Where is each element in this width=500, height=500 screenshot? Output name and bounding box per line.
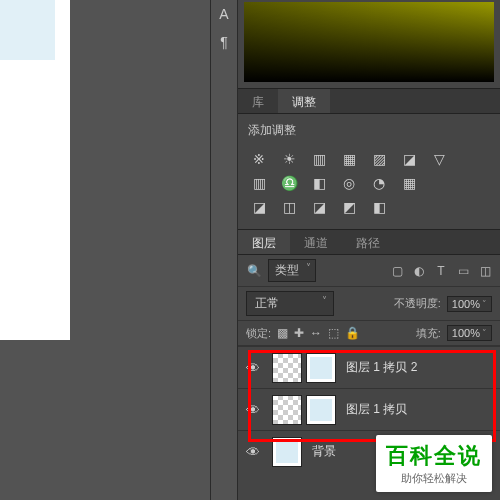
- document-canvas[interactable]: [0, 0, 70, 340]
- adj-levels-icon[interactable]: ▥: [310, 151, 328, 167]
- filter-smart-icon[interactable]: ◫: [478, 264, 492, 278]
- filter-type-icon[interactable]: T: [434, 264, 448, 278]
- layer-name[interactable]: 背景: [312, 443, 336, 460]
- vertical-tool-strip: A ¶: [210, 0, 238, 500]
- adj-row-2: ▥ ♎ ◧ ◎ ◔ ▦: [248, 171, 490, 195]
- layer-item[interactable]: 👁 图层 1 拷贝 2: [238, 346, 500, 388]
- paragraph-tool-icon[interactable]: ¶: [211, 28, 237, 56]
- layer-blend-row: 正常 不透明度: 100%: [238, 287, 500, 321]
- layer-item[interactable]: 👁 图层 1 拷贝: [238, 388, 500, 430]
- visibility-toggle-icon[interactable]: 👁: [244, 402, 262, 418]
- adj-4-icon[interactable]: ◩: [340, 199, 358, 215]
- adj-hue-icon[interactable]: ◪: [400, 151, 418, 167]
- layer-thumbnail[interactable]: [272, 437, 302, 467]
- adj-threshold-icon[interactable]: ▦: [400, 175, 418, 191]
- lib-adjust-tabs: 库 调整: [238, 88, 500, 114]
- tab-adjustments[interactable]: 调整: [278, 89, 330, 113]
- filter-pixel-icon[interactable]: ▢: [390, 264, 404, 278]
- adj-brightness-icon[interactable]: ※: [250, 151, 268, 167]
- layer-thumbnail[interactable]: [272, 353, 302, 383]
- color-field[interactable]: [244, 2, 494, 82]
- tab-layers[interactable]: 图层: [238, 230, 290, 254]
- adj-posterize-icon[interactable]: ◔: [370, 175, 388, 191]
- adj-row-3: ◪ ◫ ◪ ◩ ◧: [248, 195, 490, 219]
- blend-mode-select[interactable]: 正常: [246, 291, 334, 316]
- adj-bw-icon[interactable]: ▽: [430, 151, 448, 167]
- adj-photo-filter-icon[interactable]: ▥: [250, 175, 268, 191]
- tab-paths[interactable]: 路径: [342, 230, 394, 254]
- layer-mask-thumbnail[interactable]: [306, 353, 336, 383]
- lock-all-icon[interactable]: 🔒: [345, 326, 360, 340]
- layer-name[interactable]: 图层 1 拷贝: [346, 401, 407, 418]
- adj-exposure-icon[interactable]: ☀: [280, 151, 298, 167]
- adj-5-icon[interactable]: ◧: [370, 199, 388, 215]
- adj-row-1: ※ ☀ ▥ ▦ ▨ ◪ ▽: [248, 147, 490, 171]
- layers-channels-paths-tabs: 图层 通道 路径: [238, 229, 500, 255]
- lock-artboard-icon[interactable]: ⬚: [328, 326, 339, 340]
- layer-filter-icons: ▢ ◐ T ▭ ◫: [390, 264, 492, 278]
- layer-name[interactable]: 图层 1 拷贝 2: [346, 359, 417, 376]
- visibility-toggle-icon[interactable]: 👁: [244, 444, 262, 460]
- filter-adjust-icon[interactable]: ◐: [412, 264, 426, 278]
- lock-transparent-icon[interactable]: ▩: [277, 326, 288, 340]
- watermark-title: 百科全说: [386, 441, 482, 471]
- adj-vibrance-icon[interactable]: ▨: [370, 151, 388, 167]
- layer-thumbnail[interactable]: [272, 395, 302, 425]
- type-tool-icon[interactable]: A: [211, 0, 237, 28]
- opacity-value[interactable]: 100%: [447, 296, 492, 312]
- adj-color-lookup-icon[interactable]: ◧: [310, 175, 328, 191]
- color-panel: [238, 0, 500, 88]
- filter-shape-icon[interactable]: ▭: [456, 264, 470, 278]
- adjustments-panel: 添加调整 ※ ☀ ▥ ▦ ▨ ◪ ▽ ▥ ♎ ◧ ◎ ◔ ▦ ◪ ◫ ◪ ◩ ◧: [238, 114, 500, 223]
- lock-icons: ▩ ✚ ↔ ⬚ 🔒: [277, 326, 360, 340]
- fill-value[interactable]: 100%: [447, 325, 492, 341]
- adj-channel-mixer-icon[interactable]: ♎: [280, 175, 298, 191]
- adj-selective-color-icon[interactable]: ◫: [280, 199, 298, 215]
- fill-label: 填充:: [416, 326, 441, 341]
- layer-kind-select[interactable]: 类型: [268, 259, 316, 282]
- lock-image-icon[interactable]: ✚: [294, 326, 304, 340]
- layer-mask-thumbnail[interactable]: [306, 395, 336, 425]
- tab-library[interactable]: 库: [238, 89, 278, 113]
- layer-filter-row: 🔍 类型 ▢ ◐ T ▭ ◫: [238, 255, 500, 287]
- lock-label: 锁定:: [246, 326, 271, 341]
- adj-curves-icon[interactable]: ▦: [340, 151, 358, 167]
- adjustments-title: 添加调整: [248, 122, 490, 139]
- opacity-label: 不透明度:: [394, 296, 441, 311]
- visibility-toggle-icon[interactable]: 👁: [244, 360, 262, 376]
- lock-position-icon[interactable]: ↔: [310, 326, 322, 340]
- right-panels: 库 调整 添加调整 ※ ☀ ▥ ▦ ▨ ◪ ▽ ▥ ♎ ◧ ◎ ◔ ▦ ◪ ◫ …: [238, 0, 500, 500]
- layer-lock-row: 锁定: ▩ ✚ ↔ ⬚ 🔒 填充: 100%: [238, 321, 500, 346]
- adj-gradient-map-icon[interactable]: ◪: [250, 199, 268, 215]
- tab-channels[interactable]: 通道: [290, 230, 342, 254]
- watermark-subtitle: 助你轻松解决: [386, 471, 482, 486]
- adj-3-icon[interactable]: ◪: [310, 199, 328, 215]
- watermark: 百科全说 助你轻松解决: [376, 435, 492, 492]
- search-icon[interactable]: 🔍: [246, 264, 262, 278]
- adj-invert-icon[interactable]: ◎: [340, 175, 358, 191]
